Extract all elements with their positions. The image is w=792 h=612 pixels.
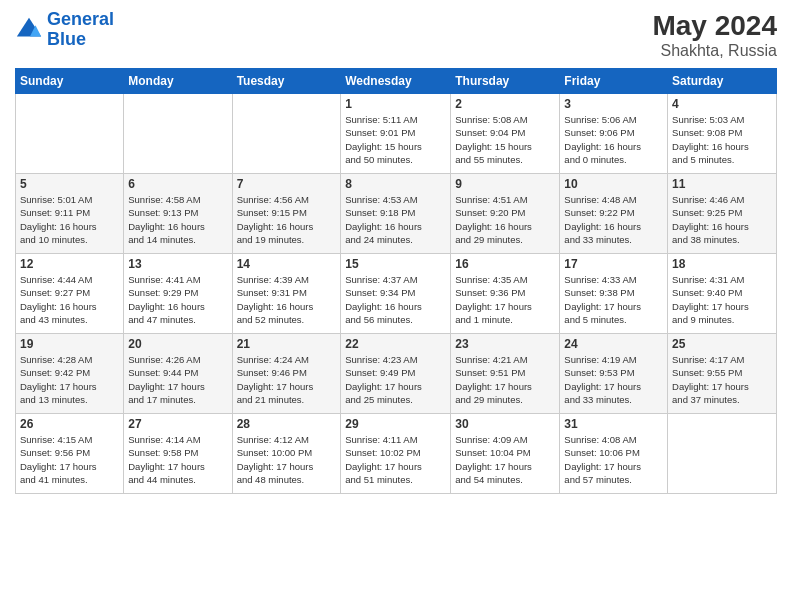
calendar-cell: 10Sunrise: 4:48 AM Sunset: 9:22 PM Dayli… [560,174,668,254]
calendar-cell: 9Sunrise: 4:51 AM Sunset: 9:20 PM Daylig… [451,174,560,254]
day-info: Sunrise: 4:24 AM Sunset: 9:46 PM Dayligh… [237,353,337,406]
day-info: Sunrise: 4:35 AM Sunset: 9:36 PM Dayligh… [455,273,555,326]
day-number: 14 [237,257,337,271]
day-info: Sunrise: 4:58 AM Sunset: 9:13 PM Dayligh… [128,193,227,246]
day-info: Sunrise: 4:21 AM Sunset: 9:51 PM Dayligh… [455,353,555,406]
day-info: Sunrise: 5:06 AM Sunset: 9:06 PM Dayligh… [564,113,663,166]
week-row-1: 1Sunrise: 5:11 AM Sunset: 9:01 PM Daylig… [16,94,777,174]
day-number: 3 [564,97,663,111]
day-info: Sunrise: 4:44 AM Sunset: 9:27 PM Dayligh… [20,273,119,326]
day-number: 29 [345,417,446,431]
day-info: Sunrise: 4:37 AM Sunset: 9:34 PM Dayligh… [345,273,446,326]
calendar-cell: 31Sunrise: 4:08 AM Sunset: 10:06 PM Dayl… [560,414,668,494]
month-year: May 2024 [652,10,777,42]
day-info: Sunrise: 4:48 AM Sunset: 9:22 PM Dayligh… [564,193,663,246]
day-number: 13 [128,257,227,271]
day-info: Sunrise: 4:31 AM Sunset: 9:40 PM Dayligh… [672,273,772,326]
day-info: Sunrise: 4:08 AM Sunset: 10:06 PM Daylig… [564,433,663,486]
calendar-cell: 1Sunrise: 5:11 AM Sunset: 9:01 PM Daylig… [341,94,451,174]
day-number: 4 [672,97,772,111]
day-info: Sunrise: 4:11 AM Sunset: 10:02 PM Daylig… [345,433,446,486]
day-number: 10 [564,177,663,191]
page: General Blue May 2024 Shakhta, Russia Su… [0,0,792,612]
week-row-5: 26Sunrise: 4:15 AM Sunset: 9:56 PM Dayli… [16,414,777,494]
day-of-week-saturday: Saturday [668,69,777,94]
day-number: 7 [237,177,337,191]
calendar-cell: 28Sunrise: 4:12 AM Sunset: 10:00 PM Dayl… [232,414,341,494]
day-info: Sunrise: 5:11 AM Sunset: 9:01 PM Dayligh… [345,113,446,166]
day-number: 16 [455,257,555,271]
day-of-week-sunday: Sunday [16,69,124,94]
day-info: Sunrise: 4:17 AM Sunset: 9:55 PM Dayligh… [672,353,772,406]
day-number: 12 [20,257,119,271]
day-info: Sunrise: 4:39 AM Sunset: 9:31 PM Dayligh… [237,273,337,326]
day-number: 18 [672,257,772,271]
calendar-cell: 24Sunrise: 4:19 AM Sunset: 9:53 PM Dayli… [560,334,668,414]
logo-general: General [47,9,114,29]
day-of-week-monday: Monday [124,69,232,94]
day-number: 25 [672,337,772,351]
calendar-cell: 3Sunrise: 5:06 AM Sunset: 9:06 PM Daylig… [560,94,668,174]
logo-blue: Blue [47,29,86,49]
calendar-cell [16,94,124,174]
day-info: Sunrise: 4:28 AM Sunset: 9:42 PM Dayligh… [20,353,119,406]
day-number: 24 [564,337,663,351]
day-number: 11 [672,177,772,191]
day-info: Sunrise: 4:26 AM Sunset: 9:44 PM Dayligh… [128,353,227,406]
day-number: 5 [20,177,119,191]
day-number: 20 [128,337,227,351]
header: General Blue May 2024 Shakhta, Russia [15,10,777,60]
day-number: 28 [237,417,337,431]
day-number: 30 [455,417,555,431]
calendar-cell: 4Sunrise: 5:03 AM Sunset: 9:08 PM Daylig… [668,94,777,174]
day-number: 23 [455,337,555,351]
day-number: 26 [20,417,119,431]
day-info: Sunrise: 4:15 AM Sunset: 9:56 PM Dayligh… [20,433,119,486]
calendar-cell: 19Sunrise: 4:28 AM Sunset: 9:42 PM Dayli… [16,334,124,414]
calendar-cell [124,94,232,174]
day-info: Sunrise: 5:01 AM Sunset: 9:11 PM Dayligh… [20,193,119,246]
day-number: 27 [128,417,227,431]
calendar-cell: 22Sunrise: 4:23 AM Sunset: 9:49 PM Dayli… [341,334,451,414]
day-info: Sunrise: 4:53 AM Sunset: 9:18 PM Dayligh… [345,193,446,246]
calendar-cell [232,94,341,174]
day-number: 21 [237,337,337,351]
logo: General Blue [15,10,114,50]
day-number: 6 [128,177,227,191]
calendar-cell: 2Sunrise: 5:08 AM Sunset: 9:04 PM Daylig… [451,94,560,174]
calendar-cell: 25Sunrise: 4:17 AM Sunset: 9:55 PM Dayli… [668,334,777,414]
day-number: 9 [455,177,555,191]
day-number: 2 [455,97,555,111]
calendar-cell: 12Sunrise: 4:44 AM Sunset: 9:27 PM Dayli… [16,254,124,334]
day-info: Sunrise: 4:12 AM Sunset: 10:00 PM Daylig… [237,433,337,486]
calendar-cell: 6Sunrise: 4:58 AM Sunset: 9:13 PM Daylig… [124,174,232,254]
day-number: 19 [20,337,119,351]
day-number: 22 [345,337,446,351]
title-block: May 2024 Shakhta, Russia [652,10,777,60]
day-info: Sunrise: 4:23 AM Sunset: 9:49 PM Dayligh… [345,353,446,406]
day-info: Sunrise: 4:51 AM Sunset: 9:20 PM Dayligh… [455,193,555,246]
calendar-cell: 29Sunrise: 4:11 AM Sunset: 10:02 PM Dayl… [341,414,451,494]
calendar-cell: 14Sunrise: 4:39 AM Sunset: 9:31 PM Dayli… [232,254,341,334]
day-number: 31 [564,417,663,431]
day-of-week-friday: Friday [560,69,668,94]
calendar-cell: 15Sunrise: 4:37 AM Sunset: 9:34 PM Dayli… [341,254,451,334]
day-number: 17 [564,257,663,271]
day-of-week-wednesday: Wednesday [341,69,451,94]
day-info: Sunrise: 5:03 AM Sunset: 9:08 PM Dayligh… [672,113,772,166]
day-number: 1 [345,97,446,111]
day-info: Sunrise: 4:41 AM Sunset: 9:29 PM Dayligh… [128,273,227,326]
calendar-cell: 27Sunrise: 4:14 AM Sunset: 9:58 PM Dayli… [124,414,232,494]
calendar: SundayMondayTuesdayWednesdayThursdayFrid… [15,68,777,494]
calendar-cell: 16Sunrise: 4:35 AM Sunset: 9:36 PM Dayli… [451,254,560,334]
location: Shakhta, Russia [652,42,777,60]
calendar-cell: 13Sunrise: 4:41 AM Sunset: 9:29 PM Dayli… [124,254,232,334]
calendar-header-row: SundayMondayTuesdayWednesdayThursdayFrid… [16,69,777,94]
calendar-cell: 18Sunrise: 4:31 AM Sunset: 9:40 PM Dayli… [668,254,777,334]
calendar-cell: 11Sunrise: 4:46 AM Sunset: 9:25 PM Dayli… [668,174,777,254]
day-info: Sunrise: 4:09 AM Sunset: 10:04 PM Daylig… [455,433,555,486]
week-row-4: 19Sunrise: 4:28 AM Sunset: 9:42 PM Dayli… [16,334,777,414]
logo-text: General Blue [47,10,114,50]
day-info: Sunrise: 4:14 AM Sunset: 9:58 PM Dayligh… [128,433,227,486]
day-number: 8 [345,177,446,191]
